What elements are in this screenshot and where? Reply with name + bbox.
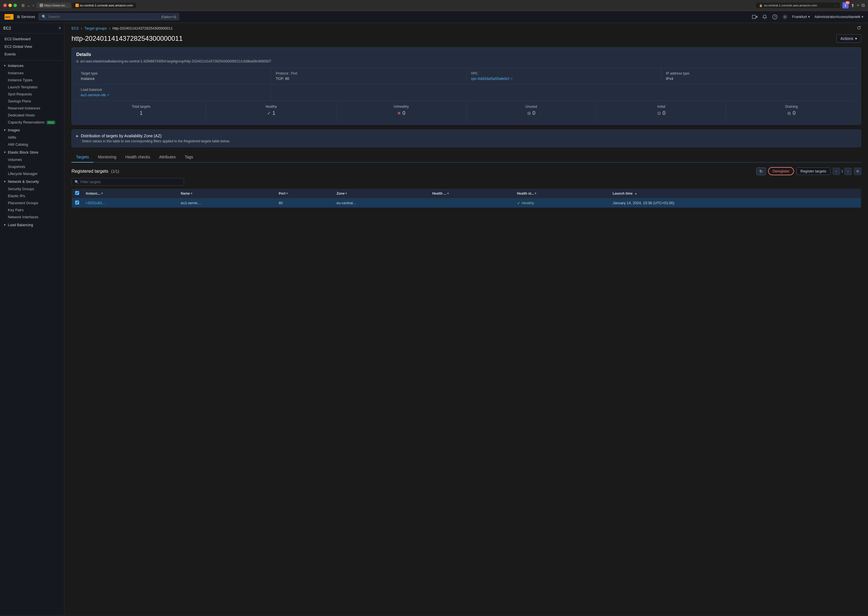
registered-targets-section: Registered targets (1/1) ↻ Deregister Re… xyxy=(71,167,861,208)
select-all-checkbox[interactable] xyxy=(75,191,79,195)
page-refresh-icon[interactable] xyxy=(857,25,861,31)
settings-icon[interactable] xyxy=(782,14,788,20)
unused-dash-icon: ⊖ xyxy=(527,110,531,116)
aws-logo[interactable]: aws xyxy=(5,14,14,20)
port-filter-icon[interactable]: ▾ xyxy=(286,192,288,195)
healthy-check-icon: ✓ xyxy=(267,110,271,116)
sidebar-item-volumes[interactable]: Volumes xyxy=(0,156,65,163)
close-window-button[interactable] xyxy=(3,4,7,7)
video-icon[interactable] xyxy=(752,14,758,20)
healthy-status-icon: ✓ xyxy=(517,201,520,205)
table-header-instance[interactable]: Instanc... ▾ xyxy=(82,189,177,198)
tab-tags[interactable]: Tags xyxy=(180,152,198,163)
table-row[interactable]: i-0251c63... eu1-servic... 80 eu-central… xyxy=(72,198,861,208)
url-text: eu-central-1.console.aws.amazon.com xyxy=(764,4,817,7)
sidebar-item-savings-plans[interactable]: Savings Plans xyxy=(0,97,65,105)
table-header-port[interactable]: Port ▾ xyxy=(275,189,333,198)
tab-attributes[interactable]: Attributes xyxy=(154,152,180,163)
tab-monitoring[interactable]: Monitoring xyxy=(93,152,121,163)
account-menu[interactable]: AdministratorAccess/danielk ▾ xyxy=(814,15,863,19)
sidebar-item-dedicated-hosts[interactable]: Dedicated Hosts xyxy=(0,112,65,119)
table-header-name[interactable]: Name ▾ xyxy=(177,189,275,198)
sidebar-item-instances[interactable]: Instances xyxy=(0,69,65,77)
sidebar-item-capacity-reservations[interactable]: Capacity Reservations New xyxy=(0,119,65,126)
sidebar-item-instance-types[interactable]: Instance Types xyxy=(0,77,65,83)
sidebar-item-elastic-ips[interactable]: Elastic IPs xyxy=(0,192,65,200)
sidebar-section-header-images[interactable]: ▼ Images xyxy=(0,126,65,134)
copy-icon[interactable]: ⧉ xyxy=(76,60,79,63)
breadcrumb-ec2[interactable]: EC2 xyxy=(71,26,79,30)
nav-search-bar[interactable]: 🔍 [Option+S] xyxy=(39,13,179,20)
url-bar[interactable]: 🔒 eu-central-1.console.aws.amazon.com ··… xyxy=(756,3,840,8)
sidebar-item-network-interfaces[interactable]: Network Interfaces xyxy=(0,214,65,220)
instance-filter-icon[interactable]: ▾ xyxy=(101,192,103,195)
bell-icon[interactable] xyxy=(762,14,767,20)
tab-bar: https://www.ser... eu-central-1.console.… xyxy=(36,3,753,8)
region-selector[interactable]: Frankfurt ▾ xyxy=(792,15,810,19)
sidebar-item-key-pairs[interactable]: Key Pairs xyxy=(0,206,65,214)
extension-icon[interactable]: 1 5+ xyxy=(843,2,849,8)
search-input[interactable] xyxy=(49,15,159,19)
filter-search-icon: 🔍 xyxy=(75,180,79,184)
browser-tab-1[interactable]: https://www.ser... xyxy=(36,3,71,8)
tab-health-checks[interactable]: Health checks xyxy=(121,152,154,163)
sidebar-item-lifecycle-manager[interactable]: Lifecycle Manager xyxy=(0,170,65,177)
sidebar-toggle-icon[interactable]: ⊞ xyxy=(21,3,25,8)
browser-tab-2[interactable]: eu-central-1.console.aws.amazon.com xyxy=(72,3,136,8)
minimize-window-button[interactable] xyxy=(8,4,12,7)
sidebar-section-header-network[interactable]: ▼ Network & Security xyxy=(0,178,65,185)
region-chevron-icon: ▾ xyxy=(808,15,810,19)
table-header-health-check[interactable]: Health ... ▾ xyxy=(429,189,514,198)
sidebar-item-ec2-dashboard[interactable]: EC2 Dashboard xyxy=(0,35,65,42)
total-targets-value: 1 xyxy=(81,110,202,116)
deregister-button[interactable]: Deregister xyxy=(768,167,794,175)
filter-targets-input[interactable] xyxy=(80,180,181,184)
sidebar-item-spot-requests[interactable]: Spot Requests xyxy=(0,91,65,97)
breadcrumb-target-groups[interactable]: Target groups xyxy=(84,26,107,30)
sidebar-item-snapshots[interactable]: Snapshots xyxy=(0,163,65,170)
table-header-zone[interactable]: Zone ▾ xyxy=(333,189,429,198)
name-filter-icon[interactable]: ▾ xyxy=(191,192,192,195)
table-header-launch-time[interactable]: Launch time ▲ xyxy=(609,189,861,198)
lock-icon: 🔒 xyxy=(759,4,762,7)
sidebar-item-ec2-global-view[interactable]: EC2 Global View xyxy=(0,43,65,50)
tab-targets[interactable]: Targets xyxy=(71,152,93,163)
az-section-header[interactable]: ▶ Distribution of targets by Availabilit… xyxy=(76,134,857,138)
vpc-link[interactable]: vpc-0dd33af3a55afe0cf ↗ xyxy=(471,77,657,81)
fullscreen-window-button[interactable] xyxy=(14,4,17,7)
new-tab-icon[interactable]: + xyxy=(857,3,859,8)
health-status-filter-icon[interactable]: ▾ xyxy=(535,192,536,195)
row-health-status: ✓ Healthy xyxy=(514,198,609,208)
table-header-health-status[interactable]: Health st... ▾ xyxy=(514,189,609,198)
sidebar-section-header-ebs[interactable]: ▼ Elastic Block Store xyxy=(0,149,65,156)
sidebar-item-events[interactable]: Events xyxy=(0,50,65,58)
sidebar-item-amis[interactable]: AMIs xyxy=(0,134,65,141)
zone-filter-icon[interactable]: ▾ xyxy=(345,192,347,195)
prev-page-button[interactable]: ‹ xyxy=(833,168,840,175)
sidebar-section-header-instances[interactable]: ▼ Instances xyxy=(0,62,65,69)
share-icon[interactable]: ⬆ xyxy=(851,3,854,8)
help-icon[interactable]: ? xyxy=(772,14,778,20)
sidebar-item-placement-groups[interactable]: Placement Groups xyxy=(0,200,65,206)
health-check-filter-icon[interactable]: ▾ xyxy=(447,192,449,195)
sidebar-close-button[interactable]: × xyxy=(58,25,61,31)
tabs-overview-icon[interactable]: ⧉ xyxy=(862,3,865,8)
register-targets-button[interactable]: Register targets xyxy=(796,167,830,175)
sidebar-section-header-load-balancing[interactable]: ▼ Load Balancing xyxy=(0,221,65,229)
filter-input-wrapper[interactable]: 🔍 xyxy=(71,178,184,185)
sidebar-item-launch-templates[interactable]: Launch Templates xyxy=(0,83,65,91)
sidebar-item-reserved-instances[interactable]: Reserved Instances xyxy=(0,105,65,112)
chevron-down-icon[interactable]: ⌄ xyxy=(27,3,30,8)
sidebar-item-security-groups[interactable]: Security Groups xyxy=(0,185,65,192)
row-checkbox[interactable] xyxy=(75,201,79,204)
back-icon[interactable]: ‹ xyxy=(33,3,34,8)
services-menu-button[interactable]: ⊞ Services xyxy=(17,15,35,19)
actions-button[interactable]: Actions ▾ xyxy=(836,34,861,43)
sidebar: EC2 × EC2 Dashboard EC2 Global View Even… xyxy=(0,23,65,615)
sidebar-item-ami-catalog[interactable]: AMI Catalog xyxy=(0,141,65,148)
next-page-button[interactable]: › xyxy=(844,168,852,175)
instance-id-link[interactable]: i-0251c63... xyxy=(86,201,105,205)
load-balancer-link[interactable]: eu1-service-nlb ↗ xyxy=(81,93,266,97)
registered-targets-refresh-button[interactable]: ↻ xyxy=(756,167,766,175)
table-settings-button[interactable]: ⚙ xyxy=(854,168,861,175)
